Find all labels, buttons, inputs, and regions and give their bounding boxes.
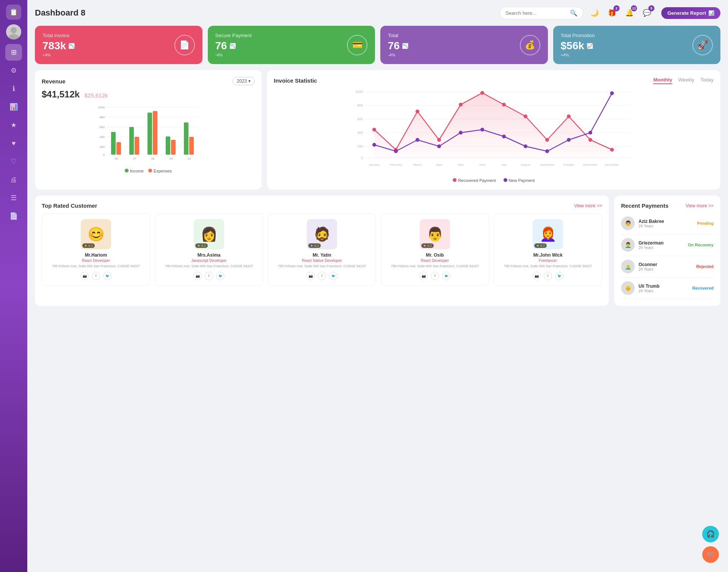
customer-role: React Developer <box>46 259 146 263</box>
svg-point-65 <box>610 148 614 152</box>
tab-today[interactable]: Today <box>700 77 714 84</box>
payment-age: 24 Years <box>639 267 692 271</box>
svg-point-63 <box>567 114 571 118</box>
svg-text:April: April <box>436 163 442 166</box>
heart-icon: ♥ <box>12 139 16 147</box>
sidebar-item-info[interactable]: ℹ <box>5 80 22 97</box>
customer-photo: 👨 ★ 4.2 <box>420 219 450 249</box>
stat-card-total: Total 76 📉 -4% 💰 <box>380 26 548 64</box>
svg-text:July: July <box>501 163 507 166</box>
tab-weekly[interactable]: Weekly <box>678 77 694 84</box>
facebook-icon[interactable]: f <box>92 272 100 280</box>
svg-point-76 <box>588 131 592 135</box>
customer-photo: 👩 ★ 4.2 <box>194 219 224 249</box>
total-trend: -4% <box>388 53 408 57</box>
print-icon: 🖨 <box>10 176 17 184</box>
svg-rect-14 <box>111 132 116 155</box>
social-icons: 📷 f 🐦 <box>272 272 372 280</box>
sidebar-item-dashboard[interactable]: ⊞ <box>5 44 22 61</box>
rating-badge: ★ 4.2 <box>534 243 547 248</box>
svg-point-70 <box>459 131 463 135</box>
svg-text:August: August <box>521 163 531 166</box>
instagram-icon[interactable]: 📷 <box>80 272 89 280</box>
twitter-icon[interactable]: 🐦 <box>216 272 224 280</box>
top-rated-view-more[interactable]: View more >> <box>574 203 602 208</box>
instagram-icon[interactable]: 📷 <box>193 272 202 280</box>
svg-point-59 <box>480 91 484 95</box>
generate-report-button[interactable]: Generate Report 📊 <box>661 7 720 19</box>
total-invoice-icon: 📄 <box>174 35 195 55</box>
customer-card: 👨 ★ 4.2 Mr. Osib React Developer 795 Fol… <box>381 213 489 286</box>
sidebar-item-settings[interactable]: ⚙ <box>5 62 22 79</box>
page-title: Dashboard 8 <box>35 8 500 18</box>
chart-icon: 📊 <box>9 103 18 111</box>
facebook-icon[interactable]: f <box>544 272 552 280</box>
customer-card: 😊 ★ 4.2 Mr.Hariom React Developer 795 Fo… <box>42 213 150 286</box>
svg-point-66 <box>372 143 376 147</box>
payment-name: Uli Trumb <box>639 284 689 289</box>
chat-button[interactable]: 💬 5 <box>640 6 654 20</box>
svg-point-67 <box>394 149 398 153</box>
secure-payment-label: Secure Payment <box>215 33 252 38</box>
logo-icon: 📋 <box>9 8 18 16</box>
sidebar-item-heart[interactable]: ♥ <box>5 135 22 152</box>
svg-text:January: January <box>369 163 380 166</box>
header-icons: 🌙 🎁 2 🔔 12 💬 5 Generate Report 📊 <box>588 6 720 20</box>
payment-item: 👴 Uli Trumb 24 Years Recovered <box>621 277 714 299</box>
svg-point-74 <box>545 149 549 153</box>
user-avatar[interactable] <box>6 24 21 39</box>
svg-point-77 <box>610 91 614 95</box>
recent-payments-view-more[interactable]: View more >> <box>686 203 714 208</box>
stat-cards: Total invoice 783k 📉 +4% 📄 Secure Paymen… <box>35 26 720 64</box>
sidebar-logo[interactable]: 📋 <box>6 5 21 20</box>
customer-address: 795 Folsom Ave, Suite 600 San Francisco,… <box>159 264 259 269</box>
instagram-icon[interactable]: 📷 <box>532 272 541 280</box>
gift-badge: 2 <box>613 5 620 11</box>
gift-button[interactable]: 🎁 2 <box>605 6 619 20</box>
info-icon: ℹ <box>13 85 15 93</box>
search-bar[interactable]: 🔍 <box>500 7 583 19</box>
customer-address: 795 Folsom Ave, Suite 600 San Francisco,… <box>498 264 598 269</box>
stat-card-total-invoice: Total invoice 783k 📉 +4% 📄 <box>35 26 202 64</box>
facebook-icon[interactable]: f <box>431 272 439 280</box>
header: Dashboard 8 🔍 🌙 🎁 2 🔔 12 💬 5 Generate Re <box>35 6 720 20</box>
facebook-icon[interactable]: f <box>318 272 326 280</box>
total-promotion-value: $56k 📈 <box>561 40 595 52</box>
svg-text:1000: 1000 <box>355 90 363 94</box>
svg-point-72 <box>502 135 506 138</box>
year-selector[interactable]: 2023 ▾ <box>232 77 255 85</box>
payment-avatar: 👨 <box>621 216 635 230</box>
support-fab[interactable]: 🎧 <box>702 526 719 542</box>
instagram-icon[interactable]: 📷 <box>419 272 428 280</box>
twitter-icon[interactable]: 🐦 <box>442 272 450 280</box>
sidebar-item-menu[interactable]: ☰ <box>5 190 22 206</box>
customer-role: Freelancer <box>498 259 598 263</box>
sidebar-item-doc[interactable]: 📄 <box>5 208 22 224</box>
total-promotion-icon: 🚀 <box>692 35 713 55</box>
sidebar-item-print[interactable]: 🖨 <box>5 171 22 188</box>
twitter-icon[interactable]: 🐦 <box>103 272 111 280</box>
customer-photo: 🧔 ★ 4.2 <box>307 219 337 249</box>
sidebar-item-chart[interactable]: 📊 <box>5 99 22 115</box>
instagram-icon[interactable]: 📷 <box>306 272 315 280</box>
svg-text:February: February <box>390 163 402 166</box>
facebook-icon[interactable]: f <box>205 272 213 280</box>
expenses-legend: Expenses <box>154 169 172 173</box>
cart-fab[interactable]: 🛒 <box>702 546 719 563</box>
sidebar-item-star[interactable]: ★ <box>5 117 22 133</box>
svg-point-73 <box>524 144 527 148</box>
settings-icon: ⚙ <box>11 66 17 75</box>
search-input[interactable] <box>505 10 567 16</box>
moon-button[interactable]: 🌙 <box>588 6 601 20</box>
tab-monthly[interactable]: Monthly <box>653 77 672 84</box>
twitter-icon[interactable]: 🐦 <box>555 272 563 280</box>
svg-text:07: 07 <box>133 157 136 160</box>
svg-text:1000: 1000 <box>98 106 105 109</box>
svg-point-54 <box>372 128 376 132</box>
sidebar-item-heart2[interactable]: ♡ <box>5 153 22 170</box>
bell-button[interactable]: 🔔 12 <box>623 6 636 20</box>
twitter-icon[interactable]: 🐦 <box>329 272 337 280</box>
svg-text:08: 08 <box>151 157 155 160</box>
fab-container: 🎧 🛒 <box>702 526 719 563</box>
payment-list: 👨 Aziz Bakree 24 Years Pending 👨‍🦱 Griez… <box>621 213 714 299</box>
